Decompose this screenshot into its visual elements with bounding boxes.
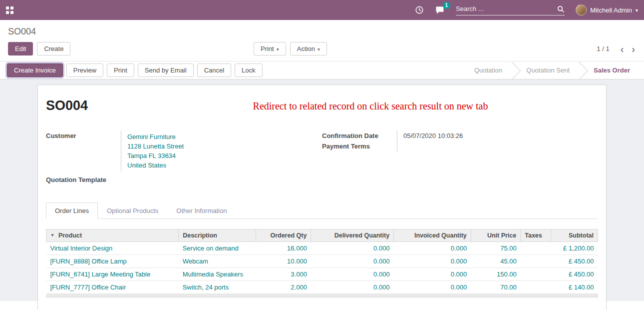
- left-field-group: Customer Gemini Furniture 1128 Lunetta S…: [46, 130, 322, 185]
- breadcrumb-row: SO004: [0, 20, 644, 38]
- col-header-invoiced-quantity[interactable]: Invoiced Quantity: [394, 230, 471, 242]
- caret-down-icon: ▾: [318, 46, 320, 52]
- table-row[interactable]: [FURN_8888] Office Lamp Webcam 10.000 0.…: [46, 255, 598, 268]
- order-lines-table: ▼Product Description Ordered Qty Deliver…: [46, 229, 598, 294]
- activities-clock-icon[interactable]: [415, 6, 424, 14]
- send-by-email-button[interactable]: Send by Email: [138, 64, 194, 77]
- tab-order-lines[interactable]: Order Lines: [46, 202, 98, 219]
- breadcrumb: SO004: [8, 26, 36, 36]
- status-step-quotation[interactable]: Quotation: [462, 62, 514, 79]
- avatar: [576, 4, 587, 16]
- table-row[interactable]: [FURN_6741] Large Meeting Table Multimed…: [46, 268, 598, 281]
- search-input[interactable]: [456, 5, 557, 12]
- global-search: [456, 5, 565, 16]
- content-area: SO004 Redirect to related record on clic…: [0, 80, 644, 301]
- search-icon[interactable]: [557, 5, 565, 13]
- col-header-ordered-qty[interactable]: Ordered Qty: [256, 230, 311, 242]
- table-footer-strip: [46, 294, 598, 298]
- confirmation-date-value: 05/07/2020 10:03:26: [397, 130, 598, 141]
- user-menu[interactable]: Mitchell Admin ▾: [576, 4, 638, 16]
- chevron-down-icon: ▾: [636, 8, 638, 13]
- preview-button[interactable]: Preview: [66, 64, 103, 77]
- status-steps: Quotation Quotation Sent Sales Order: [462, 62, 644, 79]
- statusbar: Create Invoice Preview Print Send by Ema…: [0, 61, 644, 80]
- control-panel-buttons: Edit Create Print▾ Action▾ 1 / 1 ‹ ›: [0, 38, 644, 61]
- status-step-sales-order[interactable]: Sales Order: [582, 62, 642, 79]
- edit-button[interactable]: Edit: [8, 42, 33, 56]
- table-row[interactable]: [FURN_7777] Office Chair Switch, 24 port…: [46, 281, 598, 294]
- customer-label: Customer: [46, 130, 121, 172]
- print-button[interactable]: Print: [107, 64, 134, 77]
- table-row[interactable]: Virtual Interior Design Service on deman…: [46, 242, 598, 255]
- messages-icon[interactable]: 1: [435, 6, 445, 14]
- right-field-group: Confirmation Date 05/07/2020 10:03:26 Pa…: [322, 130, 598, 185]
- action-dropdown-button[interactable]: Action▾: [290, 42, 327, 56]
- sales-order-sheet: SO004 Redirect to related record on clic…: [37, 84, 607, 310]
- payment-terms-label: Payment Terms: [322, 141, 397, 152]
- pager-count: 1 / 1: [597, 45, 609, 52]
- confirmation-date-label: Confirmation Date: [322, 130, 397, 141]
- record-title: SO004: [46, 98, 88, 114]
- apps-menu-icon[interactable]: [6, 6, 13, 14]
- lock-button[interactable]: Lock: [235, 64, 262, 77]
- red-annotation-text: Redirect to related record on click sear…: [88, 98, 598, 112]
- customer-value[interactable]: Gemini Furniture 1128 Lunetta Street Tam…: [121, 130, 322, 172]
- status-step-quotation-sent[interactable]: Quotation Sent: [514, 62, 582, 79]
- quotation-template-label: Quotation Template: [46, 174, 121, 185]
- caret-down-icon[interactable]: ▼: [50, 233, 54, 238]
- payment-terms-value[interactable]: [397, 141, 598, 152]
- pager: 1 / 1 ‹ ›: [597, 44, 639, 54]
- top-navbar: 1 Mitchell Admin ▾: [0, 0, 644, 20]
- tab-optional-products[interactable]: Optional Products: [98, 202, 167, 219]
- col-header-unit-price[interactable]: Unit Price: [471, 230, 520, 242]
- col-header-description[interactable]: Description: [179, 230, 256, 242]
- quotation-template-value[interactable]: [121, 174, 322, 185]
- col-header-product[interactable]: ▼Product: [46, 230, 179, 242]
- pager-next-button[interactable]: ›: [628, 44, 639, 54]
- user-name: Mitchell Admin: [590, 6, 632, 14]
- create-invoice-button[interactable]: Create Invoice: [7, 64, 63, 77]
- create-button[interactable]: Create: [37, 42, 70, 56]
- col-header-delivered-quantity[interactable]: Delivered Quantity: [311, 230, 394, 242]
- caret-down-icon: ▾: [277, 46, 279, 52]
- table-header-row: ▼Product Description Ordered Qty Deliver…: [46, 230, 598, 242]
- col-header-taxes[interactable]: Taxes: [521, 230, 551, 242]
- pager-previous-button[interactable]: ‹: [617, 44, 628, 54]
- col-header-subtotal[interactable]: Subtotal: [551, 230, 598, 242]
- cancel-button[interactable]: Cancel: [197, 64, 231, 77]
- messages-badge: 1: [443, 2, 451, 9]
- notebook-tabs: Order Lines Optional Products Other Info…: [46, 202, 598, 219]
- print-dropdown-button[interactable]: Print▾: [254, 42, 286, 56]
- tab-other-information[interactable]: Other Information: [167, 202, 236, 219]
